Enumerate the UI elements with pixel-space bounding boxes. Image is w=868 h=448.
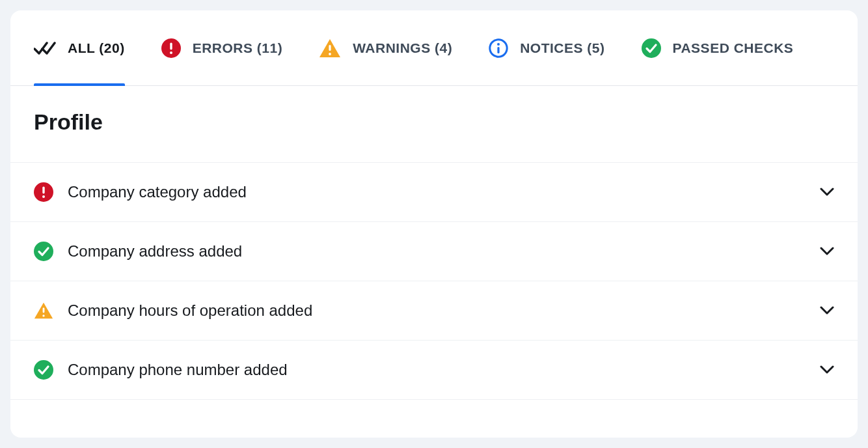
svg-point-8: [642, 38, 661, 58]
svg-rect-10: [42, 187, 44, 194]
check-item[interactable]: Company category added: [10, 163, 858, 222]
check-item-label: Company phone number added: [68, 361, 820, 379]
svg-rect-13: [43, 308, 45, 313]
svg-point-2: [170, 51, 172, 54]
svg-point-14: [42, 315, 44, 316]
tab-passed[interactable]: PASSED CHECKS: [642, 10, 794, 85]
check-item-label: Company category added: [68, 183, 820, 201]
svg-point-11: [42, 195, 45, 198]
check-circle-icon: [642, 38, 661, 58]
check-item[interactable]: Company address added: [10, 222, 858, 281]
svg-point-6: [497, 43, 500, 46]
svg-point-12: [34, 242, 53, 261]
check-item[interactable]: Company hours of operation added: [10, 281, 858, 341]
svg-rect-7: [498, 47, 500, 53]
warning-icon: [34, 301, 53, 320]
tab-all-label: ALL (20): [68, 40, 125, 56]
tab-warnings[interactable]: WARNINGS (4): [319, 10, 452, 85]
tab-errors[interactable]: ERRORS (11): [161, 10, 283, 85]
svg-rect-1: [170, 42, 172, 49]
check-circle-icon: [34, 242, 53, 261]
info-icon: [489, 38, 508, 58]
tabs-bar: ALL (20) ERRORS (11) WARNINGS (4): [10, 10, 858, 86]
tab-errors-label: ERRORS (11): [193, 40, 283, 56]
chevron-down-icon: [820, 306, 834, 315]
chevron-down-icon: [820, 365, 834, 374]
chevron-down-icon: [820, 188, 834, 197]
svg-point-15: [34, 360, 53, 380]
warning-icon: [319, 38, 341, 58]
check-item[interactable]: Company phone number added: [10, 341, 858, 400]
section-title: Profile: [10, 86, 858, 163]
svg-point-4: [329, 53, 331, 55]
check-item-label: Company address added: [68, 242, 820, 260]
error-icon: [161, 38, 181, 58]
svg-rect-3: [329, 45, 331, 51]
check-circle-icon: [34, 360, 53, 380]
tab-warnings-label: WARNINGS (4): [353, 40, 452, 56]
checks-card: ALL (20) ERRORS (11) WARNINGS (4): [10, 10, 858, 438]
error-icon: [34, 182, 53, 202]
chevron-down-icon: [820, 247, 834, 256]
tab-all[interactable]: ALL (20): [34, 10, 125, 85]
tab-notices[interactable]: NOTICES (5): [489, 10, 604, 85]
tab-notices-label: NOTICES (5): [520, 40, 604, 56]
double-check-icon: [34, 40, 56, 56]
tab-passed-label: PASSED CHECKS: [673, 40, 794, 56]
check-item-label: Company hours of operation added: [68, 301, 820, 320]
